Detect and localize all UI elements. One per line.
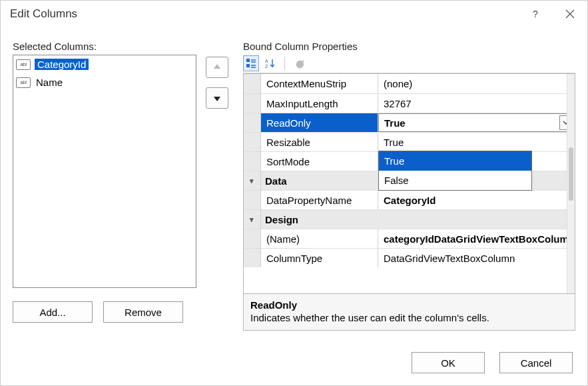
category-name: Data: [261, 171, 378, 190]
cancel-button[interactable]: Cancel: [499, 352, 573, 373]
category-name: Design: [261, 210, 378, 229]
move-up-button[interactable]: [206, 57, 228, 78]
property-grid: ContextMenuStrip (none) MaxInputLength 3…: [243, 73, 575, 331]
selected-columns-label: Selected Columns:: [13, 41, 196, 52]
scrollbar-thumb[interactable]: [569, 147, 573, 201]
readonly-dropdown[interactable]: True False: [378, 151, 532, 191]
list-item-label: CategoryId: [35, 59, 89, 70]
property-name: ColumnType: [261, 249, 378, 267]
alphabetical-icon[interactable]: AZ: [262, 55, 278, 71]
dropdown-option[interactable]: False: [379, 171, 531, 190]
property-row[interactable]: ContextMenuStrip (none): [244, 74, 575, 93]
titlebar: Edit Columns ?: [1, 1, 587, 27]
selected-columns-list[interactable]: abl CategoryId abl Name: [13, 55, 196, 288]
text-column-icon: abl: [16, 77, 31, 89]
dialog-title: Edit Columns: [10, 7, 77, 21]
help-button[interactable]: ?: [518, 1, 553, 27]
property-row[interactable]: ColumnType DataGridViewTextBoxColumn: [244, 248, 575, 267]
property-value[interactable]: (none): [378, 74, 575, 93]
ok-button[interactable]: OK: [412, 352, 485, 373]
scrollbar[interactable]: [567, 74, 575, 293]
property-row[interactable]: DataPropertyName CategoryId: [244, 190, 575, 209]
property-value[interactable]: CategoryId: [378, 191, 575, 209]
categorized-icon[interactable]: [243, 55, 259, 71]
property-name: ContextMenuStrip: [261, 74, 378, 93]
move-down-button[interactable]: [206, 87, 228, 109]
property-name: Resizable: [261, 133, 378, 151]
property-name: SortMode: [261, 152, 378, 171]
collapse-icon[interactable]: ▾: [250, 215, 254, 224]
add-button[interactable]: Add...: [13, 301, 93, 323]
property-row[interactable]: MaxInputLength 32767: [244, 93, 575, 113]
text-column-icon: abl: [16, 59, 31, 71]
svg-rect-1: [246, 64, 250, 67]
list-item[interactable]: abl Name: [13, 73, 196, 91]
property-value[interactable]: True: [378, 133, 575, 151]
property-name: MaxInputLength: [261, 94, 378, 113]
description-title: ReadOnly: [250, 299, 568, 311]
dialog-buttons: OK Cancel: [1, 343, 587, 385]
bound-properties-label: Bound Column Properties: [243, 41, 575, 52]
property-name: DataPropertyName: [261, 191, 378, 209]
description-text: Indicates whether the user can edit the …: [250, 312, 568, 323]
property-value[interactable]: categoryIdDataGridViewTextBoxColumn: [378, 229, 575, 248]
property-name: (Name): [261, 229, 378, 248]
selected-columns-panel: Selected Columns: abl CategoryId abl Nam…: [13, 41, 196, 331]
bound-properties-panel: Bound Column Properties AZ ContextMenu: [243, 41, 575, 331]
close-button[interactable]: [553, 1, 587, 27]
property-description: ReadOnly Indicates whether the user can …: [244, 293, 575, 330]
property-value-text: True: [384, 117, 406, 129]
list-item[interactable]: abl CategoryId: [13, 55, 196, 73]
svg-text:A: A: [265, 59, 268, 63]
property-value[interactable]: DataGridViewTextBoxColumn: [378, 249, 575, 267]
list-item-label: Name: [35, 77, 64, 88]
property-category[interactable]: ▾ Design: [244, 209, 575, 229]
property-row[interactable]: ReadOnly True: [244, 113, 575, 132]
edit-columns-dialog: Edit Columns ? Selected Columns: abl Cat…: [0, 0, 588, 386]
property-pages-icon[interactable]: [292, 55, 308, 71]
toolbar-separator: [284, 57, 285, 70]
property-row[interactable]: Resizable True: [244, 132, 575, 151]
property-value[interactable]: 32767: [378, 94, 575, 113]
property-row[interactable]: (Name) categoryIdDataGridViewTextBoxColu…: [244, 229, 575, 248]
property-value[interactable]: True: [378, 113, 575, 132]
dropdown-option[interactable]: True: [379, 151, 531, 171]
property-grid-toolbar: AZ: [243, 55, 575, 73]
svg-text:Z: Z: [265, 64, 268, 69]
property-name: ReadOnly: [261, 113, 378, 132]
svg-rect-0: [246, 59, 250, 62]
collapse-icon[interactable]: ▾: [250, 177, 254, 185]
remove-button[interactable]: Remove: [103, 301, 183, 323]
